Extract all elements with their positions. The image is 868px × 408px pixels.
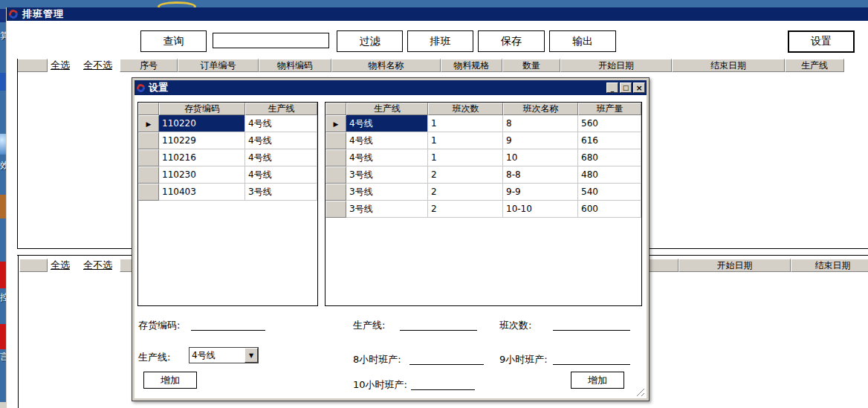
grid-cell[interactable]: 4号线 (245, 149, 317, 166)
grid-cell[interactable]: 10 (503, 149, 578, 166)
grid-selector-header (138, 103, 159, 115)
grid-cell[interactable]: 110230 (159, 166, 245, 184)
grid-cell[interactable]: 4号线 (346, 132, 428, 149)
row-selector-cell[interactable] (138, 184, 159, 201)
settings-dialog-body: 存货编码 生产线 ▶ 110220 4号线 110229 4号线 110216 … (135, 95, 647, 398)
table2-col-start-date: 开始日期 (678, 259, 791, 272)
table-row[interactable]: 110230 4号线 (138, 166, 317, 184)
table-row[interactable]: 110229 4号线 (138, 132, 317, 149)
grid-cell[interactable]: 3号线 (346, 184, 428, 201)
settings-dialog: 设置 _ □ × 存货编码 生产线 ▶ 110220 4号线 110229 4号… (132, 77, 650, 401)
query-button[interactable]: 查询 (140, 30, 207, 52)
resize-grip[interactable] (635, 386, 644, 396)
table-row[interactable]: ▶ 110220 4号线 (138, 115, 317, 132)
desktop-icon-fragment (158, 1, 196, 7)
grid-cell[interactable]: 2 (428, 166, 503, 184)
save-button[interactable]: 保存 (478, 30, 545, 52)
row-selector-cell[interactable] (326, 166, 346, 184)
inventory-code-label: 存货编码: (138, 319, 180, 332)
grid-cell[interactable]: 9-9 (503, 184, 578, 201)
row-selector-cell[interactable] (138, 166, 159, 184)
shift9-field[interactable] (553, 354, 630, 365)
row-selector-arrow-icon[interactable]: ▶ (138, 115, 159, 132)
table1-col-line: 生产线 (785, 59, 844, 72)
grid-cell[interactable]: 600 (578, 201, 641, 218)
table-row[interactable]: 110403 3号线 (138, 184, 317, 201)
table2-select-none-link[interactable]: 全不选 (83, 259, 112, 272)
grid-cell[interactable]: 110229 (159, 132, 245, 149)
main-window-titlebar[interactable]: 排班管理 (7, 7, 868, 21)
grid-cell[interactable]: 616 (578, 132, 641, 149)
row-selector-cell[interactable] (326, 201, 346, 218)
maximize-icon[interactable]: □ (620, 82, 632, 93)
grid-cell[interactable]: 480 (578, 166, 641, 184)
grid-cell[interactable]: 8-8 (503, 166, 578, 184)
chevron-down-icon[interactable]: ▼ (244, 348, 258, 363)
grid-cell[interactable]: 3号线 (346, 166, 428, 184)
output-button[interactable]: 输出 (549, 30, 616, 52)
schedule-button[interactable]: 排班 (407, 30, 473, 52)
grid-cell[interactable]: 4号线 (346, 115, 428, 132)
settings-button[interactable]: 设置 (788, 30, 855, 53)
table-row[interactable]: 3号线 2 8-8 480 (326, 166, 641, 184)
col-shift-output: 班产量 (578, 103, 641, 115)
grid-cell[interactable]: 4号线 (245, 115, 317, 132)
col-shift-count: 班次数 (428, 103, 503, 115)
table1-selection-links: 全选 全不选 (51, 59, 112, 72)
table-row[interactable]: ▶ 4号线 1 8 560 (326, 115, 641, 132)
table1-col-mat-name: 物料名称 (331, 59, 441, 72)
grid-selector-header (326, 103, 346, 115)
filter-button[interactable]: 过滤 (337, 30, 403, 52)
grid-cell[interactable]: 1 (428, 132, 503, 149)
row-selector-cell[interactable] (326, 149, 346, 166)
table-row[interactable]: 4号线 1 9 616 (326, 132, 641, 149)
grid-cell[interactable]: 1 (428, 115, 503, 132)
shift8-field[interactable] (409, 354, 484, 365)
grid-cell[interactable]: 9 (503, 132, 578, 149)
grid-cell[interactable]: 560 (578, 115, 641, 132)
grid-cell[interactable]: 10-10 (503, 201, 578, 218)
grid-cell[interactable]: 4号线 (346, 149, 428, 166)
grid-cell[interactable]: 2 (428, 201, 503, 218)
search-input[interactable] (213, 33, 329, 48)
table-row[interactable]: 3号线 2 9-9 540 (326, 184, 641, 201)
add-shift-button[interactable]: 增加 (571, 372, 624, 389)
grid-cell[interactable]: 110220 (159, 115, 245, 132)
shift-count-field[interactable] (553, 320, 630, 331)
close-icon[interactable]: × (633, 82, 645, 93)
table-row[interactable]: 3号线 2 10-10 600 (326, 201, 641, 218)
table1-select-all-link[interactable]: 全选 (51, 59, 70, 72)
table1-select-none-link[interactable]: 全不选 (83, 59, 112, 72)
grid-cell[interactable]: 680 (578, 149, 641, 166)
grid-cell[interactable]: 1 (428, 149, 503, 166)
grid-cell[interactable]: 4号线 (245, 132, 317, 149)
inventory-code-field[interactable] (191, 320, 265, 331)
minimize-icon[interactable]: _ (606, 82, 618, 93)
grid-cell[interactable]: 3号线 (346, 201, 428, 218)
table2-col-end-date: 结束日期 (791, 259, 868, 272)
row-selector-cell[interactable] (138, 149, 159, 166)
grid-cell[interactable]: 3号线 (245, 184, 317, 201)
grid-cell[interactable]: 110216 (159, 149, 245, 166)
grid-cell[interactable]: 4号线 (245, 166, 317, 184)
grid-cell[interactable]: 110403 (159, 184, 245, 201)
production-line-field[interactable] (400, 320, 477, 331)
table1-col-qty: 数量 (502, 59, 560, 72)
grid-cell[interactable]: 540 (578, 184, 641, 201)
row-selector-cell[interactable] (326, 132, 346, 149)
add-inventory-button[interactable]: 增加 (143, 372, 197, 389)
table-row[interactable]: 110216 4号线 (138, 149, 317, 166)
row-selector-arrow-icon[interactable]: ▶ (326, 115, 346, 132)
grid-cell[interactable]: 8 (503, 115, 578, 132)
table-row[interactable]: 4号线 1 10 680 (326, 149, 641, 166)
row-selector-cell[interactable] (138, 132, 159, 149)
settings-dialog-title: 设置 (149, 81, 605, 94)
shift10-field[interactable] (411, 380, 475, 390)
settings-dialog-titlebar[interactable]: 设置 _ □ × (135, 80, 647, 95)
table2-select-all-link[interactable]: 全选 (51, 259, 70, 272)
grid-cell[interactable]: 2 (428, 184, 503, 201)
table1-corner-cell (17, 59, 48, 72)
row-selector-cell[interactable] (326, 184, 346, 201)
line-shift-grid: 生产线 班次数 班次名称 班产量 ▶ 4号线 1 8 560 4号线 1 9 6… (325, 102, 642, 306)
production-line-select[interactable]: 4号线 ▼ (189, 347, 259, 363)
